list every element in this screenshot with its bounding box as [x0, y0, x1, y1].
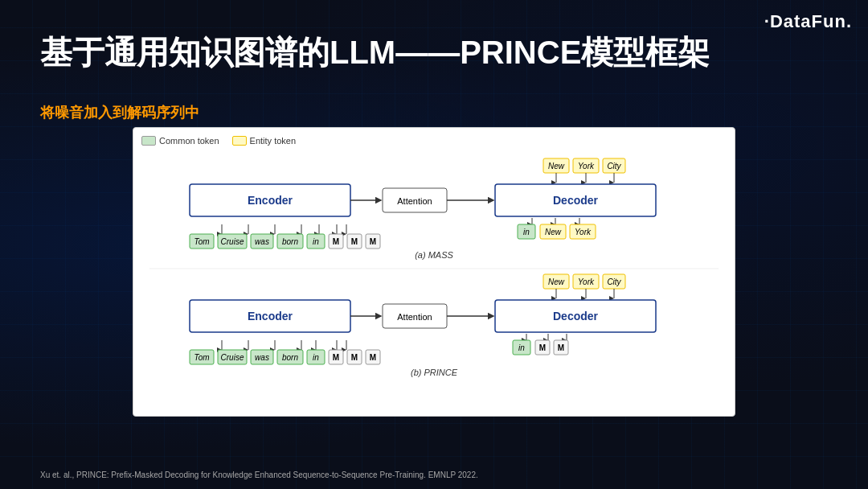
svg-text:born: born: [282, 237, 298, 246]
svg-text:Cruise: Cruise: [221, 237, 244, 246]
svg-text:M: M: [370, 353, 376, 362]
svg-text:was: was: [255, 237, 269, 246]
legend: Common token Entity token: [141, 136, 727, 146]
legend-entity-label: Entity token: [250, 136, 296, 146]
svg-text:M: M: [558, 343, 564, 352]
svg-text:in: in: [523, 228, 530, 236]
svg-text:Decoder: Decoder: [553, 194, 599, 207]
svg-text:M: M: [333, 353, 339, 362]
svg-text:born: born: [282, 353, 298, 362]
svg-text:York: York: [575, 228, 592, 236]
svg-text:in: in: [313, 237, 319, 246]
svg-text:M: M: [351, 237, 358, 246]
svg-text:New: New: [548, 162, 565, 171]
svg-text:M: M: [333, 237, 339, 246]
main-title: 基于通用知识图谱的LLM——PRINCE模型框架: [40, 31, 710, 75]
svg-text:New: New: [545, 228, 562, 236]
svg-text:Tom: Tom: [194, 353, 209, 362]
svg-text:New: New: [548, 277, 565, 286]
svg-text:in: in: [518, 343, 525, 352]
svg-text:Encoder: Encoder: [248, 194, 293, 207]
svg-text:M: M: [370, 237, 376, 246]
subtitle: 将噪音加入到解码序列中: [40, 103, 199, 122]
svg-text:Attention: Attention: [397, 196, 432, 206]
svg-text:Decoder: Decoder: [553, 310, 599, 323]
svg-text:Attention: Attention: [397, 312, 432, 322]
svg-text:(b) PRINCE: (b) PRINCE: [411, 368, 458, 377]
svg-text:City: City: [607, 162, 621, 171]
svg-text:Encoder: Encoder: [248, 310, 293, 323]
legend-common-label: Common token: [159, 136, 219, 146]
svg-text:York: York: [578, 277, 595, 286]
svg-text:M: M: [539, 343, 546, 352]
svg-text:Cruise: Cruise: [221, 353, 244, 362]
diagram-container: Common token Entity token New York City …: [133, 127, 735, 417]
svg-text:(a) MASS: (a) MASS: [415, 250, 453, 260]
svg-text:in: in: [313, 353, 319, 362]
svg-text:City: City: [607, 277, 621, 286]
svg-text:M: M: [351, 353, 358, 362]
svg-text:was: was: [255, 353, 269, 362]
svg-text:York: York: [578, 162, 595, 171]
svg-text:Tom: Tom: [194, 237, 209, 246]
reference: Xu et. al., PRINCE: Prefix-Masked Decodi…: [40, 471, 478, 479]
logo: ·DataFun.: [764, 11, 852, 32]
